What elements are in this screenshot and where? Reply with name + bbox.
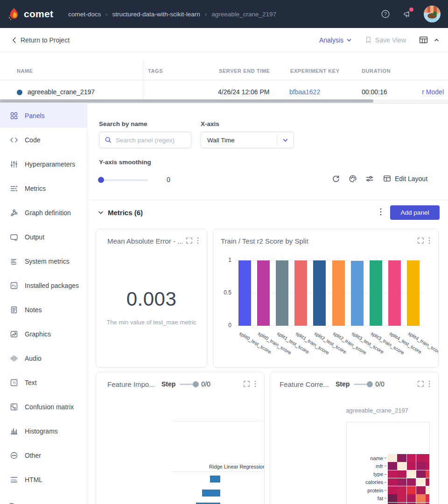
analysis-dropdown[interactable]: Analysis xyxy=(319,36,352,44)
palette-icon[interactable] xyxy=(349,175,357,183)
x-gridline-tick xyxy=(282,257,283,260)
column-header-experiment-key[interactable]: EXPERIMENT KEY xyxy=(290,68,340,74)
graphics-icon xyxy=(10,330,18,338)
breadcrumb: comet-docs›structured-data-with-scikit-l… xyxy=(68,11,276,18)
smoothing-slider[interactable] xyxy=(99,179,148,181)
column-header-tags[interactable]: TAGS xyxy=(148,68,163,74)
sidebar-item-histograms[interactable]: Histograms xyxy=(0,419,87,443)
sidebar-item-html[interactable]: HTMLHTML xyxy=(0,468,87,492)
bar-split4_test_score xyxy=(388,260,401,326)
heatmap-cell xyxy=(407,494,416,502)
step-slider-handle[interactable] xyxy=(193,381,199,387)
panel-kebab-icon[interactable] xyxy=(195,237,201,245)
panel-feature-correlation: Feature Corre... Step 0/0 agreeable_cran… xyxy=(270,372,439,504)
server-end-time: 4/26/24 12:06 PM xyxy=(218,88,270,96)
sidebar-item-graphics[interactable]: Graphics xyxy=(0,322,87,346)
bar-split3_train_score xyxy=(370,260,382,326)
sidebar-item-label: Hyperparameters xyxy=(25,161,75,168)
sidebar-item-installed-packages[interactable]: PyInstalled packages xyxy=(0,273,87,298)
register-model-link-clipped[interactable]: r Model xyxy=(422,88,444,96)
step-value: 0/0 xyxy=(201,380,210,388)
column-header-server-end-time[interactable]: SERVER END TIME xyxy=(219,68,270,74)
search-panel-box xyxy=(99,132,191,148)
fullscreen-icon[interactable] xyxy=(417,237,424,244)
save-view-button[interactable]: Save View xyxy=(365,36,406,44)
experiment-name[interactable]: agreeable_crane_2197 xyxy=(28,88,95,96)
column-header-name[interactable]: NAME xyxy=(17,68,33,74)
heatmap-cell xyxy=(407,454,416,462)
breadcrumb-item[interactable]: structured-data-with-scikit-learn xyxy=(112,11,200,18)
panel-mean-absolute-error: Mean Absolute Error - ... 0.003 The min … xyxy=(96,229,207,368)
x-tick-label: split3_train_score xyxy=(370,330,405,356)
search-input[interactable] xyxy=(116,137,186,144)
plot-border-left xyxy=(346,422,347,504)
sidebar-item-code[interactable]: Code xyxy=(0,128,87,152)
comet-logo[interactable]: comet xyxy=(8,7,53,21)
step-slider[interactable] xyxy=(354,384,371,385)
heatmap-cell xyxy=(426,454,429,462)
panel-kebab-icon[interactable] xyxy=(427,237,432,245)
scrollbar-thumb[interactable] xyxy=(0,99,373,103)
x-gridline-tick xyxy=(357,257,357,260)
x-tick-label: split3_test_score xyxy=(351,330,385,355)
heatmap-cell xyxy=(388,470,397,478)
sidebar-item-hyperparameters[interactable]: Hyperparameters xyxy=(0,152,87,176)
sidebar-item-other[interactable]: Other xyxy=(0,443,87,468)
refresh-icon[interactable] xyxy=(332,175,340,183)
fullscreen-icon[interactable] xyxy=(417,380,424,387)
sidebar-item-graph-definition[interactable]: Graph definition xyxy=(0,201,87,225)
column-header-duration[interactable]: DURATION xyxy=(362,68,391,74)
panel-kebab-icon[interactable] xyxy=(252,380,258,388)
sidebar-item-system-metrics[interactable]: System metrics xyxy=(0,249,87,273)
experiment-key-link[interactable]: bfbaa1622 xyxy=(289,88,320,96)
sidebar-item-label: Metrics xyxy=(25,185,46,192)
sidebar-item-label: Output xyxy=(25,233,44,241)
help-icon[interactable]: ? xyxy=(381,9,390,19)
x-gridline-tick xyxy=(320,257,320,260)
sidebar-item-label: Installed packages xyxy=(25,282,79,289)
slider-handle[interactable] xyxy=(98,177,104,183)
step-slider[interactable] xyxy=(180,384,197,385)
filters-icon[interactable] xyxy=(365,175,374,183)
step-slider-handle[interactable] xyxy=(367,381,373,387)
heatmap-row-label: mfr xyxy=(353,463,383,469)
horizontal-scrollbar[interactable] xyxy=(0,99,448,103)
heatmap-cell xyxy=(397,478,406,486)
return-to-project-button[interactable]: Return to Project xyxy=(12,36,70,44)
sidebar-item-confusion-matrix[interactable]: Confusion matrix xyxy=(0,395,87,419)
panel-title: Mean Absolute Error - ... xyxy=(107,237,183,245)
metrics-collapse-chevron[interactable] xyxy=(98,210,104,216)
sidebar-item-panels[interactable]: Panels xyxy=(0,104,87,128)
step-value: 0/0 xyxy=(375,380,384,388)
panel-kebab-icon[interactable] xyxy=(427,380,432,388)
correlation-heatmap: namemfrtypecaloriesproteinfat xyxy=(388,454,429,504)
metrics-kebab-icon[interactable] xyxy=(378,207,384,217)
breadcrumb-item[interactable]: comet-docs xyxy=(68,11,101,18)
table-view-icon[interactable] xyxy=(419,35,428,44)
sidebar-item-notes[interactable]: Notes xyxy=(0,298,87,322)
output-icon xyxy=(10,233,18,241)
heatmap-cell xyxy=(407,478,416,486)
bar-split2_test_score xyxy=(313,260,326,326)
xaxis-selected-value: Wall Time xyxy=(207,137,235,144)
save-view-label: Save View xyxy=(375,36,406,44)
add-panel-button[interactable]: Add panel xyxy=(390,205,440,220)
xaxis-select[interactable]: Wall Time xyxy=(201,132,294,148)
sidebar-item-audio[interactable]: Audio xyxy=(0,346,87,371)
breadcrumb-item[interactable]: agreeable_crane_2197 xyxy=(211,11,276,18)
installed-packages-icon: Py xyxy=(10,281,18,290)
user-avatar[interactable] xyxy=(424,6,441,22)
heatmap-row-tick xyxy=(385,458,386,458)
collapse-chevron-up-icon[interactable] xyxy=(434,37,440,43)
edit-layout-button[interactable]: Edit Layout xyxy=(383,175,427,182)
fullscreen-icon[interactable] xyxy=(186,237,193,244)
heatmap-cell xyxy=(426,494,429,502)
step-label: Step xyxy=(161,380,175,388)
heatmap-row-label: fat xyxy=(353,496,383,501)
fullscreen-icon[interactable] xyxy=(243,380,250,387)
sidebar-item-output[interactable]: Output xyxy=(0,225,87,249)
megaphone-icon[interactable] xyxy=(402,9,412,19)
bar-split2_train_score xyxy=(332,260,345,326)
sidebar-item-text[interactable]: TtText xyxy=(0,371,87,395)
sidebar-item-metrics[interactable]: Metrics xyxy=(0,176,87,201)
